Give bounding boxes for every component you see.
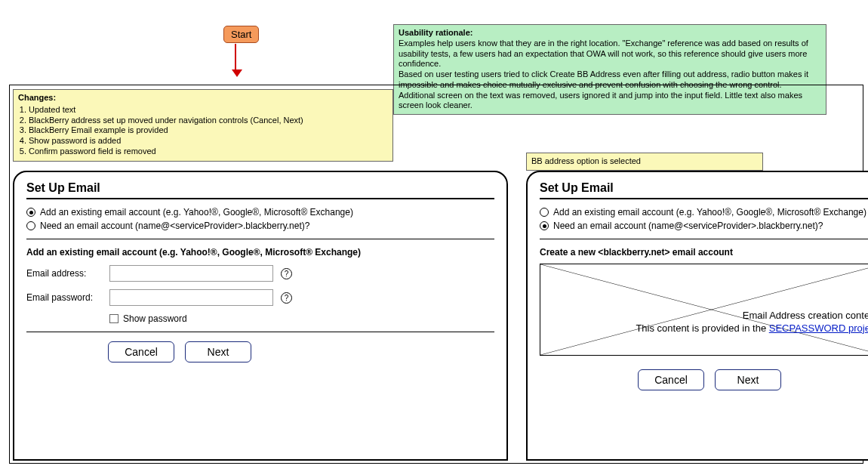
option-existing[interactable]: Add an existing email account (e.g. Yaho…: [26, 207, 494, 217]
email-input[interactable]: [109, 265, 273, 282]
option-need-account[interactable]: Need an email account (name@<serviceProv…: [540, 221, 868, 231]
content-placeholder: Email Address creation content This cont…: [540, 264, 868, 356]
start-node: Start: [223, 26, 259, 43]
panel-left: Set Up Email Add an existing email accou…: [13, 171, 508, 461]
option-label: Need an email account (name@<serviceProv…: [40, 221, 309, 231]
divider: [540, 239, 868, 239]
panel-title: Set Up Email: [26, 181, 494, 195]
option-label: Add an existing email account (e.g. Yaho…: [553, 207, 866, 217]
radio-icon: [26, 208, 35, 217]
show-password-label: Show password: [123, 313, 187, 324]
list-item: BlackBerry address set up moved under na…: [29, 116, 388, 126]
option-label: Add an existing email account (e.g. Yaho…: [40, 207, 353, 217]
list-item: Confirm password field is removed: [29, 147, 388, 157]
arrow-down-icon: [235, 44, 236, 69]
email-label: Email address:: [26, 268, 109, 279]
bb-note: BB address option is selected: [526, 153, 763, 171]
radio-icon: [540, 208, 549, 217]
cancel-button[interactable]: Cancel: [638, 369, 704, 390]
note-title: Usability rationale:: [399, 28, 472, 37]
section-subhead: Create a new <blackberry.net> email acco…: [540, 247, 868, 258]
option-label: Need an email account (name@<serviceProv…: [553, 221, 823, 231]
cancel-button[interactable]: Cancel: [108, 341, 174, 362]
password-label: Email password:: [26, 292, 109, 303]
next-button[interactable]: Next: [185, 341, 251, 362]
divider: [540, 198, 868, 199]
option-existing[interactable]: Add an existing email account (e.g. Yaho…: [540, 207, 868, 217]
option-need-account[interactable]: Need an email account (name@<serviceProv…: [26, 221, 494, 231]
placeholder-line1: Email Address creation content: [636, 310, 868, 322]
password-input[interactable]: [109, 289, 273, 306]
panel-right: Set Up Email Add an existing email accou…: [526, 171, 868, 461]
radio-icon: [540, 221, 549, 230]
section-subhead: Add an existing email account (e.g. Yaho…: [26, 247, 494, 258]
placeholder-line2-pre: This content is provided in the: [636, 322, 768, 334]
changes-note: Changes: Updated text BlackBerry address…: [13, 89, 393, 162]
next-button[interactable]: Next: [715, 369, 781, 390]
help-icon[interactable]: ?: [281, 268, 292, 279]
help-icon[interactable]: ?: [281, 292, 292, 304]
list-item: Updated text: [29, 105, 388, 116]
radio-icon: [26, 221, 35, 230]
list-item: BlackBerry Email example is provided: [29, 125, 388, 136]
secpassword-link[interactable]: SECPASSWORD project: [769, 322, 868, 334]
panel-title: Set Up Email: [540, 181, 868, 195]
list-item: Show password is added: [29, 136, 388, 147]
divider: [26, 198, 494, 199]
show-password-checkbox[interactable]: [109, 314, 119, 323]
divider: [26, 332, 494, 332]
changes-list: Updated text BlackBerry address set up m…: [18, 105, 388, 157]
divider: [26, 239, 494, 239]
note-title: Changes:: [18, 93, 56, 102]
